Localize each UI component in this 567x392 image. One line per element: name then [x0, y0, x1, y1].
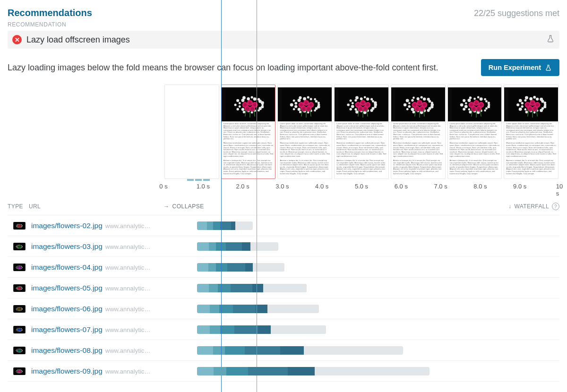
waterfall-row[interactable]: images/flowers-09.jpg www.annalytic… — [8, 361, 559, 382]
filmstrip-frame[interactable]: Lorem ipsum dolor sit amet, consectetur … — [447, 85, 502, 179]
svg-point-92 — [370, 98, 373, 101]
row-host: www.annalytic… — [105, 264, 150, 271]
row-host: www.annalytic… — [105, 243, 150, 250]
svg-point-186 — [533, 111, 536, 114]
svg-point-479 — [17, 371, 17, 372]
filmstrip-frame[interactable]: Lorem ipsum dolor sit amet, consectetur … — [504, 85, 558, 179]
svg-point-260 — [17, 247, 18, 248]
row-url[interactable]: images/flowers-05.jpg www.annalytic… — [31, 284, 163, 292]
svg-point-58 — [318, 102, 320, 104]
svg-point-460 — [20, 350, 21, 351]
svg-point-379 — [20, 307, 21, 307]
svg-point-451 — [20, 349, 21, 349]
filmstrip-frame[interactable]: Lorem ipsum dolor sit amet, consectetur … — [334, 85, 389, 179]
svg-point-60 — [300, 103, 303, 107]
row-url[interactable]: images/flowers-04.jpg www.annalytic… — [31, 263, 163, 272]
axis-tick: 3.0 s — [275, 183, 289, 190]
svg-point-86 — [350, 99, 352, 102]
svg-point-266 — [17, 245, 17, 246]
collapse-button[interactable]: → COLLAPSE — [163, 203, 204, 210]
row-thumbnail — [13, 284, 26, 292]
svg-point-263 — [17, 247, 17, 247]
axis-tick: 10 s — [556, 183, 563, 197]
svg-point-136 — [423, 103, 426, 107]
svg-point-229 — [17, 225, 17, 225]
time-axis: 0 s1.0 s2.0 s3.0 s4.0 s5.0 s6.0 s7.0 s8.… — [163, 183, 559, 197]
svg-point-278 — [19, 246, 20, 247]
svg-point-471 — [21, 372, 22, 372]
waterfall-row[interactable]: images/flowers-03.jpg www.annalytic… — [8, 236, 559, 257]
frame-text: Lorem ipsum dolor sit amet, consectetur … — [391, 123, 445, 177]
waterfall-row[interactable]: images/flowers-08.jpg www.annalytic… — [8, 340, 559, 361]
svg-point-119 — [408, 105, 410, 108]
svg-point-188 — [525, 111, 528, 113]
waterfall-row[interactable]: images/flowers-07.jpg www.annalytic… — [8, 319, 559, 340]
svg-point-24 — [243, 103, 247, 107]
svg-point-484 — [17, 369, 18, 370]
row-url[interactable]: images/flowers-07.jpg www.annalytic… — [31, 325, 163, 334]
axis-tick: 1.0 s — [197, 183, 210, 190]
svg-point-346 — [22, 287, 22, 288]
svg-point-300 — [16, 267, 17, 267]
svg-point-376 — [18, 307, 18, 307]
svg-point-116 — [412, 111, 415, 113]
row-url[interactable]: images/flowers-02.jpg www.annalytic… — [31, 222, 163, 230]
svg-point-197 — [530, 97, 533, 101]
waterfall-row[interactable]: images/flowers-04.jpg www.annalytic… — [8, 257, 559, 278]
svg-point-62 — [305, 101, 308, 104]
svg-point-333 — [17, 289, 18, 289]
svg-point-93 — [372, 100, 374, 102]
svg-point-414 — [19, 328, 20, 328]
filmstrip-frame[interactable]: Lorem ipsum dolor sit amet, consectetur … — [277, 85, 332, 179]
svg-point-273 — [21, 245, 22, 246]
svg-point-51 — [298, 99, 301, 102]
filmstrip-frame[interactable]: Lorem ipsum dolor sit amet, consectetur … — [391, 85, 446, 179]
svg-point-225 — [17, 226, 18, 227]
svg-point-415 — [20, 328, 21, 328]
svg-point-45 — [298, 108, 301, 111]
row-url[interactable]: images/flowers-03.jpg www.annalytic… — [31, 242, 163, 251]
svg-point-165 — [485, 100, 488, 102]
waterfall-row[interactable]: images/flowers-05.jpg www.annalytic… — [8, 278, 559, 298]
svg-point-87 — [354, 99, 357, 102]
row-url[interactable]: images/flowers-06.jpg www.annalytic… — [31, 305, 163, 313]
row-host: www.annalytic… — [105, 368, 150, 375]
timing-bar — [197, 325, 326, 334]
svg-point-232 — [17, 224, 18, 224]
svg-point-195 — [524, 99, 527, 102]
svg-point-483 — [17, 370, 18, 370]
page-title: Recommendations — [8, 8, 92, 18]
waterfall-row[interactable]: images/flowers-06.jpg www.annalytic… — [8, 298, 559, 319]
svg-point-235 — [20, 224, 21, 224]
filmstrip-frame[interactable]: Lorem ipsum dolor sit amet, consectetur … — [221, 85, 276, 179]
svg-point-417 — [21, 328, 22, 329]
timing-bar — [197, 305, 319, 313]
row-bar-area — [163, 361, 559, 381]
svg-point-163 — [479, 97, 482, 101]
run-experiment-button[interactable]: Run Experiment — [481, 59, 559, 76]
svg-point-375 — [17, 307, 18, 308]
filmstrip-frame[interactable] — [164, 85, 219, 179]
waterfall-row[interactable]: images/flowers-02.jpg www.annalytic… — [8, 215, 559, 236]
svg-point-112 — [427, 109, 430, 112]
svg-point-156 — [460, 103, 463, 107]
svg-point-117 — [411, 108, 414, 111]
svg-point-335 — [17, 288, 17, 289]
svg-point-480 — [16, 371, 17, 371]
svg-point-164 — [484, 98, 486, 101]
svg-point-129 — [428, 100, 431, 103]
row-url[interactable]: images/flowers-09.jpg www.annalytic… — [31, 367, 163, 375]
type-column-header: TYPE — [8, 203, 23, 210]
svg-point-348 — [18, 288, 19, 289]
svg-point-22 — [261, 101, 264, 104]
svg-point-16 — [242, 96, 246, 100]
svg-point-339 — [17, 287, 18, 287]
help-icon[interactable]: ? — [552, 203, 559, 210]
svg-point-126 — [421, 96, 423, 98]
fail-icon: ✕ — [12, 35, 22, 44]
svg-point-154 — [463, 108, 465, 111]
timing-bar — [197, 284, 307, 292]
recommendation-description: Lazy loading images below the fold means… — [8, 62, 438, 73]
row-url[interactable]: images/flowers-08.jpg www.annalytic… — [31, 346, 163, 355]
svg-point-94 — [374, 101, 377, 104]
